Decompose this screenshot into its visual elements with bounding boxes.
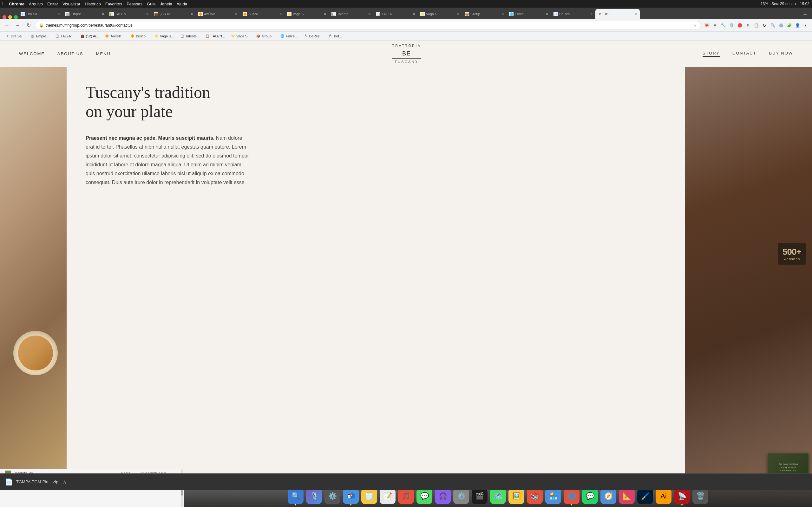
tab-close-2[interactable]: × xyxy=(146,11,149,16)
bm-favicon-0: 📧 xyxy=(5,34,9,38)
menubar-app-name[interactable]: Chrome xyxy=(9,2,24,6)
tab-favicon-5: 🔶 xyxy=(243,12,247,16)
reload-button[interactable]: ↻ xyxy=(24,21,33,30)
menubar-ajuda[interactable]: Ajuda xyxy=(177,2,187,6)
menubar-historico[interactable]: Histórico xyxy=(85,2,101,6)
menubar:  Chrome Arquivo Editar Visualizar Histó… xyxy=(0,0,406,8)
tab-title-7: Talente... xyxy=(337,12,367,16)
bookmark-7[interactable]: 📋Talente... xyxy=(177,33,202,40)
tab-close-7[interactable]: × xyxy=(368,11,371,16)
center-content: Tuscany's tradition on your plate Praese… xyxy=(67,67,406,253)
apple-menu[interactable]:  xyxy=(3,1,4,7)
back-button[interactable]: ← xyxy=(3,21,11,30)
tab-title-6: Vaga S... xyxy=(293,12,322,16)
main-content: Tuscany's tradition on your plate Praese… xyxy=(0,67,406,253)
bookmark-4[interactable]: 🔶AnÚNc... xyxy=(102,33,127,40)
tab-3[interactable]: 💼(12) Ar...× xyxy=(151,9,196,19)
bm-title-2: TALEN... xyxy=(61,34,74,38)
bm-title-7: Talente... xyxy=(186,34,200,38)
bm-title-11: Force... xyxy=(286,34,298,38)
bm-title-1: Empre... xyxy=(36,34,49,38)
tab-close-6[interactable]: × xyxy=(324,11,326,16)
tabs-container: 📧Dra Sa...×🏢Empre...×📋TALEN...×💼(12) Ar.… xyxy=(18,9,406,19)
bm-favicon-7: 📋 xyxy=(180,34,184,38)
tab-favicon-3: 💼 xyxy=(154,12,158,16)
tab-0[interactable]: 📧Dra Sa...× xyxy=(18,9,62,19)
tab-2[interactable]: 📋TALEN...× xyxy=(107,9,151,19)
tab-1[interactable]: 🏢Empre...× xyxy=(62,9,107,19)
bm-favicon-4: 🔶 xyxy=(105,34,109,38)
bm-title-5: Busco... xyxy=(136,34,148,38)
bm-favicon-5: 🔶 xyxy=(130,34,135,38)
chrome-window: 📧Dra Sa...×🏢Empre...×📋TALEN...×💼(12) Ar.… xyxy=(0,8,406,253)
bookmark-10[interactable]: 📦Group... xyxy=(253,33,277,40)
logo-top: TRATTORIA xyxy=(392,43,406,48)
logo-divider-2 xyxy=(392,58,406,59)
tab-bar: 📧Dra Sa...×🏢Empre...×📋TALEN...×💼(12) Ar.… xyxy=(0,8,406,19)
bm-favicon-2: 📋 xyxy=(55,34,59,38)
site-navigation: WELCOME ABOUT US MENU TRATTORIA BE TUSCA… xyxy=(0,41,406,67)
bm-title-12: BeRes... xyxy=(309,34,322,38)
tab-favicon-6: ⭐ xyxy=(287,12,292,16)
bm-favicon-1: 🏢 xyxy=(30,34,35,38)
site-logo[interactable]: TRATTORIA BE TUSCANY xyxy=(392,43,406,64)
tab-close-0[interactable]: × xyxy=(57,11,60,16)
url-text[interactable]: themes.muffingroup.com/be/restaurant6/#c… xyxy=(46,23,406,27)
body-bold: Praesent nec magna ac pede. Mauris susci… xyxy=(86,135,214,141)
bookmark-0[interactable]: 📧Dra Sa... xyxy=(3,33,27,40)
bm-favicon-8: 📋 xyxy=(205,34,210,38)
menubar-visualizar[interactable]: Visualizar xyxy=(62,2,80,6)
tab-7[interactable]: 📋Talente...× xyxy=(329,9,373,19)
menubar-arquivo[interactable]: Arquivo xyxy=(29,2,43,6)
tab-close-4[interactable]: × xyxy=(235,11,238,16)
bookmark-1[interactable]: 🏢Empre... xyxy=(28,33,52,40)
bookmark-2[interactable]: 📋TALEN... xyxy=(52,33,77,40)
tab-4[interactable]: 🔶AnÚNc...× xyxy=(196,9,240,19)
fullscreen-window-button[interactable] xyxy=(14,15,18,19)
bookmark-11[interactable]: 🌐Force... xyxy=(277,33,300,40)
tab-favicon-8: 📋 xyxy=(376,12,380,16)
menubar-favoritos[interactable]: Favoritos xyxy=(105,2,122,6)
menubar-pessoas[interactable]: Pessoas xyxy=(126,2,142,6)
bookmark-13[interactable]: BBel... xyxy=(326,33,345,40)
bookmark-8[interactable]: 📋TALEN... xyxy=(203,33,227,40)
close-window-button[interactable] xyxy=(3,15,6,19)
tab-close-1[interactable]: × xyxy=(102,11,104,16)
address-bar[interactable]: 🔒 themes.muffingroup.com/be/restaurant6/… xyxy=(35,21,406,30)
logo-bottom: TUSCANY xyxy=(392,60,406,64)
tab-close-5[interactable]: × xyxy=(280,11,282,16)
bookmarks-bar: 📧Dra Sa...🏢Empre...📋TALEN...💼(12) Ar...🔶… xyxy=(0,32,406,41)
menubar-guia[interactable]: Guia xyxy=(147,2,155,6)
bm-favicon-3: 💼 xyxy=(80,34,85,38)
logo-main: BE xyxy=(392,50,406,57)
tab-8[interactable]: 📋TALEN...× xyxy=(373,9,406,19)
tab-5[interactable]: 🔶Busco...× xyxy=(240,9,285,19)
tab-favicon-0: 📧 xyxy=(20,12,25,16)
bm-title-4: AnÚNc... xyxy=(110,34,124,38)
menubar-editar[interactable]: Editar xyxy=(47,2,58,6)
bookmark-9[interactable]: ⭐Vaga S... xyxy=(228,33,253,40)
bm-favicon-12: B xyxy=(304,34,308,38)
bm-favicon-9: ⭐ xyxy=(231,34,235,38)
tab-title-0: Dra Sa... xyxy=(26,12,56,16)
tab-6[interactable]: ⭐Vaga S...× xyxy=(285,9,329,19)
menubar-janela[interactable]: Janela xyxy=(160,2,172,6)
nav-welcome[interactable]: WELCOME xyxy=(19,51,45,56)
tab-title-4: AnÚNc... xyxy=(204,12,234,16)
nav-about-us[interactable]: ABOUT US xyxy=(57,51,84,56)
minimize-window-button[interactable] xyxy=(8,15,12,19)
forward-button[interactable]: → xyxy=(13,21,22,30)
nav-menu[interactable]: MENU xyxy=(96,51,111,56)
tab-title-3: (12) Ar... xyxy=(159,12,189,16)
tab-favicon-7: 📋 xyxy=(332,12,336,16)
bookmark-5[interactable]: 🔶Busco... xyxy=(128,33,151,40)
tab-close-3[interactable]: × xyxy=(191,11,193,16)
bm-favicon-6: ⭐ xyxy=(154,34,159,38)
nav-left: WELCOME ABOUT US MENU xyxy=(19,51,111,56)
bookmark-6[interactable]: ⭐Vaga S... xyxy=(152,33,176,40)
bookmark-12[interactable]: BBeRes... xyxy=(301,33,325,40)
bookmark-3[interactable]: 💼(12) Ar... xyxy=(78,33,102,40)
bm-title-3: (12) Ar... xyxy=(86,34,99,38)
chrome-toolbar: ← → ↻ 🔒 themes.muffingroup.com/be/restau… xyxy=(0,19,406,32)
bm-favicon-10: 📦 xyxy=(256,34,260,38)
